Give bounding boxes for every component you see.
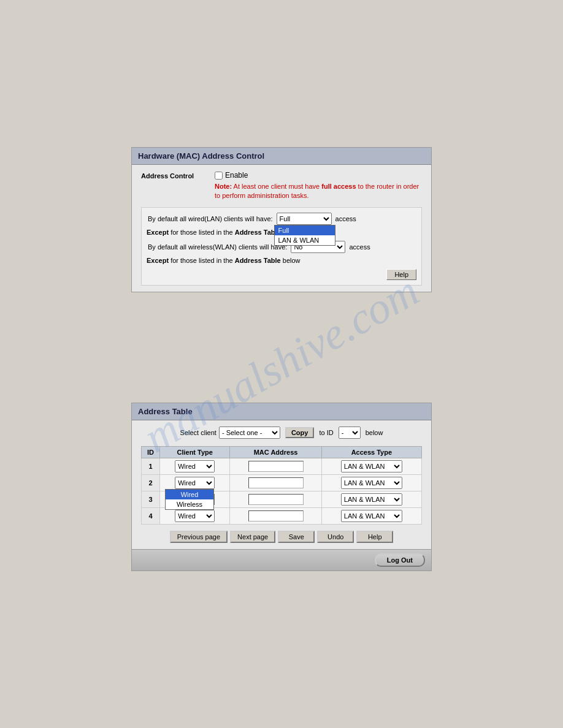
wired-dropdown-lan-wlan[interactable]: LAN & WLAN (275, 235, 335, 245)
to-id-label: to ID (319, 429, 333, 436)
wireless-access-suffix: access (349, 243, 370, 251)
row1-mac-input[interactable] (248, 461, 304, 472)
row2-client-type-select[interactable]: Wired Wireless (175, 477, 215, 489)
row3-access-select[interactable]: LAN & WLAN Full No (341, 493, 402, 506)
row1-client-type-select[interactable]: Wired Wireless (175, 460, 215, 472)
table-help-button[interactable]: Help (356, 531, 393, 543)
mac-control-panel: Hardware (MAC) Address Control Address C… (131, 147, 432, 292)
col-access-type: Access Type (321, 446, 421, 458)
select-client-row: Select client - Select one - Copy to ID … (141, 427, 422, 439)
row2-client-type-container: Wired Wireless Wired Wireless (165, 477, 224, 489)
address-control-content: Enable Note: At least one client must ha… (215, 171, 422, 201)
wired-label: By default all wired(LAN) clients will h… (148, 215, 273, 222)
mac-control-body: Address Control Enable Note: At least on… (132, 165, 431, 292)
except-wireless-suffix: below (283, 257, 301, 264)
select-client-label: Select client (180, 429, 216, 436)
mac-help-btn-row: Help (147, 269, 416, 280)
except-wired-label: Except (147, 229, 169, 236)
row4-mac (230, 507, 321, 524)
wired-setting-row: By default all wired(LAN) clients will h… (147, 213, 416, 225)
address-control-row: Address Control Enable Note: At least on… (141, 171, 422, 201)
wired-dropdown-full[interactable]: Full (275, 226, 335, 235)
row2-mac (230, 474, 321, 491)
page-container: Hardware (MAC) Address Control Address C… (0, 0, 563, 583)
enable-label: Enable (225, 171, 248, 180)
save-button[interactable]: Save (278, 531, 315, 543)
row2-access-select[interactable]: LAN & WLAN Full No (341, 477, 402, 489)
row2-id: 2 (142, 474, 160, 491)
below-label: below (366, 429, 383, 436)
row1-mac (230, 458, 321, 474)
mac-help-button[interactable]: Help (386, 269, 416, 280)
enable-checkbox[interactable] (215, 172, 223, 180)
row2-wired-option[interactable]: Wired (166, 490, 213, 499)
row4-client-type-select[interactable]: Wired Wireless (175, 510, 215, 522)
wired-dropdown-container[interactable]: Full LAN & WLAN Full LAN & WLAN (274, 213, 334, 225)
row4-access: LAN & WLAN Full No (321, 507, 421, 524)
row4-access-select[interactable]: LAN & WLAN Full No (341, 510, 402, 522)
enable-row: Enable (215, 171, 422, 180)
row1-access: LAN & WLAN Full No (321, 458, 421, 474)
row1-id: 1 (142, 458, 160, 474)
row4-id: 4 (142, 507, 160, 524)
row4-mac-input[interactable] (248, 510, 304, 521)
row2-access: LAN & WLAN Full No (321, 474, 421, 491)
note-prefix: Note: (215, 183, 232, 190)
next-page-button[interactable]: Next page (230, 531, 275, 543)
logout-button[interactable]: Log Out (375, 553, 425, 567)
copy-button[interactable]: Copy (285, 427, 315, 438)
row3-access: LAN & WLAN Full No (321, 491, 421, 507)
row3-mac (230, 491, 321, 507)
row4-client-type: Wired Wireless (160, 507, 230, 524)
wired-dropdown-list: Full LAN & WLAN (274, 225, 335, 246)
row1-client-type: Wired Wireless (160, 458, 230, 474)
row3-id: 3 (142, 491, 160, 507)
row2-client-type: Wired Wireless Wired Wireless (160, 474, 230, 491)
row2-client-dropdown: Wired Wireless (165, 489, 214, 510)
previous-page-button[interactable]: Previous page (170, 531, 228, 543)
select-client-dropdown[interactable]: - Select one - (219, 427, 280, 439)
address-table-body: Select client - Select one - Copy to ID … (132, 420, 431, 549)
undo-button[interactable]: Undo (317, 531, 354, 543)
address-table-title: Address Table (132, 403, 431, 420)
address-table: ID Client Type MAC Address Access Type 1… (141, 446, 422, 525)
col-id: ID (142, 446, 160, 458)
id-select[interactable]: - (339, 427, 361, 439)
except-wired-mid: for those listed in the (170, 229, 235, 236)
settings-area: By default all wired(LAN) clients will h… (141, 207, 422, 286)
mac-panel-title: Hardware (MAC) Address Control (132, 148, 431, 165)
row3-mac-input[interactable] (248, 494, 304, 505)
table-row: 1 Wired Wireless LAN & WLAN (142, 458, 422, 474)
col-mac-address: MAC Address (230, 446, 321, 458)
row2-mac-input[interactable] (248, 477, 304, 488)
address-table-panel: Address Table Select client - Select one… (131, 403, 432, 550)
except-wireless-label: Except (147, 257, 169, 264)
note-text: Note: At least one client must have full… (215, 182, 422, 201)
row2-wireless-option[interactable]: Wireless (166, 499, 213, 509)
wireless-label: By default all wireless(WLAN) clients wi… (148, 243, 287, 251)
note-bold: full access (321, 183, 356, 190)
table-row: 4 Wired Wireless LAN & WLAN (142, 507, 422, 524)
note-body: At least one client must have full acces… (215, 183, 419, 199)
col-client-type: Client Type (160, 446, 230, 458)
wired-access-suffix: access (335, 215, 356, 222)
except-wireless-bold: Address Table (235, 257, 281, 264)
action-buttons: Previous page Next page Save Undo Help (141, 531, 422, 543)
address-control-label: Address Control (141, 171, 215, 180)
except-wireless-mid: for those listed in the (170, 257, 235, 264)
except-wireless-row: Except for those listed in the Address T… (147, 257, 416, 264)
wired-access-select[interactable]: Full LAN & WLAN (277, 213, 332, 225)
row1-access-select[interactable]: LAN & WLAN Full No (341, 460, 402, 472)
logout-bar: Log Out (131, 550, 432, 571)
table-row: 2 Wired Wireless Wired Wireless (142, 474, 422, 491)
